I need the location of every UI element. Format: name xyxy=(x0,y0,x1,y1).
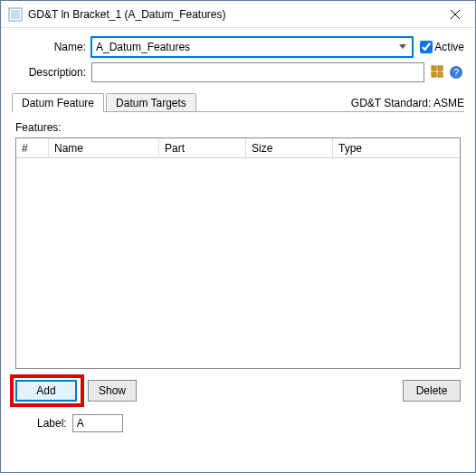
svg-rect-5 xyxy=(438,66,443,71)
table-body[interactable] xyxy=(16,158,460,368)
description-input[interactable] xyxy=(91,62,424,82)
col-header-part[interactable]: Part xyxy=(159,138,246,157)
tab-datum-feature[interactable]: Datum Feature xyxy=(12,93,104,112)
help-button[interactable]: ? xyxy=(448,64,464,80)
description-label: Description: xyxy=(12,66,91,79)
col-header-name[interactable]: Name xyxy=(49,138,159,157)
active-checkbox[interactable] xyxy=(420,41,433,53)
grid-icon xyxy=(431,65,445,80)
tab-datum-targets[interactable]: Datum Targets xyxy=(106,93,196,112)
window-title: GD&T ln Bracket_1 (A_Datum_Features) xyxy=(28,8,434,21)
svg-rect-7 xyxy=(438,72,443,77)
features-table: # Name Part Size Type xyxy=(15,137,461,369)
close-button[interactable] xyxy=(434,1,475,27)
svg-rect-6 xyxy=(432,72,436,77)
titlebar: GD&T ln Bracket_1 (A_Datum_Features) xyxy=(1,1,475,28)
label-field-label: Label: xyxy=(37,417,67,430)
add-button[interactable]: Add xyxy=(15,380,77,402)
active-checkbox-wrap[interactable]: Active xyxy=(420,41,464,53)
col-header-size[interactable]: Size xyxy=(246,138,333,157)
show-button[interactable]: Show xyxy=(88,380,137,402)
col-header-num[interactable]: # xyxy=(16,138,49,157)
dialog-window: GD&T ln Bracket_1 (A_Datum_Features) Nam… xyxy=(0,0,476,473)
svg-rect-1 xyxy=(11,10,20,19)
table-header: # Name Part Size Type xyxy=(16,138,460,158)
col-header-type[interactable]: Type xyxy=(333,138,460,157)
manage-button[interactable] xyxy=(430,64,446,80)
help-icon: ? xyxy=(449,65,463,80)
features-heading: Features: xyxy=(15,121,464,134)
delete-button[interactable]: Delete xyxy=(403,380,461,402)
name-label: Name: xyxy=(12,41,91,53)
app-icon xyxy=(8,7,23,22)
active-label: Active xyxy=(434,41,464,53)
close-icon xyxy=(451,10,460,19)
standard-label: GD&T Standard: ASME xyxy=(351,97,464,112)
label-input[interactable] xyxy=(72,414,123,432)
name-combobox[interactable] xyxy=(91,37,413,57)
svg-text:?: ? xyxy=(453,67,459,78)
svg-rect-4 xyxy=(432,66,436,71)
